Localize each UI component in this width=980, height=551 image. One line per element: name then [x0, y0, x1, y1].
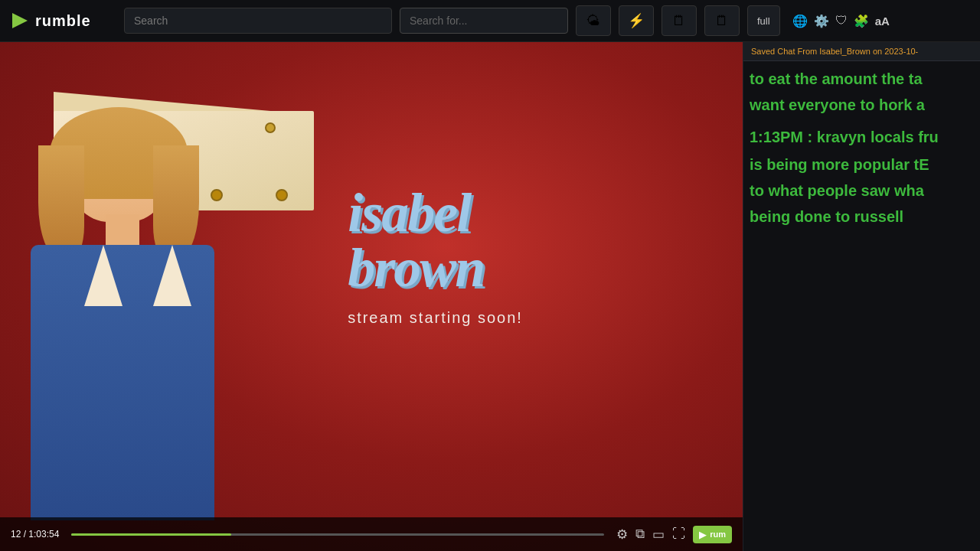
chat-timestamp-message: 1:13PM : kravyn locals fru: [743, 122, 980, 152]
time-display: 12 / 1:03:54: [11, 529, 59, 540]
clipboard2-icon: 🗒: [715, 13, 729, 29]
main-content: isabel brown stream starting soon! 12 / …: [0, 42, 980, 551]
nav-btn-bolt[interactable]: ⚡: [619, 5, 654, 36]
progress-bar[interactable]: [71, 533, 604, 536]
chat-username: kravyn: [817, 129, 867, 145]
chat-saved-header: Saved Chat From Isabel_Brown on 2023-10-: [743, 42, 980, 61]
logo-area[interactable]: rumble: [9, 10, 116, 31]
settings-ctrl-icon[interactable]: ⚙: [616, 527, 628, 543]
full-button[interactable]: full: [747, 5, 780, 36]
isabel-text: isabel: [348, 185, 523, 240]
chat-message: want everyone to hork a: [743, 92, 980, 118]
video-controls: 12 / 1:03:54 ⚙ ⧉ ▭ ⛶ ▶ rum: [0, 517, 743, 551]
chat-messages: to eat the amount the ta want everyone t…: [743, 61, 980, 234]
logo-text[interactable]: rumble: [35, 12, 91, 30]
chat-message: to what people saw wha: [743, 178, 980, 204]
globe-icon[interactable]: 🌐: [792, 14, 808, 28]
nav-btn-weather[interactable]: 🌤: [576, 5, 611, 36]
chat-message: is being more popular tE: [743, 152, 980, 178]
shield-icon[interactable]: 🛡: [835, 14, 848, 28]
navbar: rumble 🌤 ⚡ 🗒 🗒 full 🌐 ⚙️ 🛡 🧩 aA: [0, 0, 980, 42]
play-label: rum: [710, 530, 726, 539]
chat-message: to eat the amount the ta: [743, 66, 980, 92]
font-size-label[interactable]: aA: [875, 15, 890, 28]
pip-icon[interactable]: ⧉: [635, 527, 645, 542]
chat-username-suffix: locals fru: [871, 129, 939, 145]
stream-logo: isabel brown stream starting soon!: [348, 185, 523, 327]
stream-starting-text: stream starting soon!: [348, 309, 523, 327]
search-input[interactable]: [124, 8, 392, 34]
video-background: isabel brown stream starting soon! 12 / …: [0, 42, 743, 551]
play-button[interactable]: ▶ rum: [693, 526, 732, 543]
svg-marker-0: [12, 13, 28, 28]
fullscreen-icon[interactable]: ⛶: [672, 527, 685, 542]
nav-btn-clipboard2[interactable]: 🗒: [704, 5, 740, 36]
settings-icon[interactable]: ⚙️: [814, 14, 829, 28]
extension-icon[interactable]: 🧩: [854, 14, 869, 28]
marquee-dot: [276, 189, 288, 201]
rumble-logo-icon: [9, 10, 31, 31]
clipboard-icon: 🗒: [672, 13, 686, 29]
person-silhouette: [15, 115, 245, 520]
video-area: isabel brown stream starting soon! 12 / …: [0, 42, 743, 551]
search-bar-container: [124, 8, 392, 34]
right-nav-icons: 🌐 ⚙️ 🛡 🧩 aA: [792, 14, 890, 28]
chat-sidebar: Saved Chat From Isabel_Brown on 2023-10-…: [743, 42, 980, 551]
play-icon: ▶: [699, 529, 707, 540]
secondary-search-container: [400, 8, 568, 34]
bolt-icon: ⚡: [628, 12, 645, 29]
chat-time: 1:13PM :: [750, 129, 812, 145]
weather-icon: 🌤: [586, 13, 600, 29]
brown-text: brown: [348, 240, 523, 295]
nav-btn-clipboard[interactable]: 🗒: [662, 5, 697, 36]
theater-icon[interactable]: ▭: [652, 527, 665, 543]
chat-message: being done to russell: [743, 204, 980, 230]
secondary-search-input[interactable]: [400, 8, 568, 34]
